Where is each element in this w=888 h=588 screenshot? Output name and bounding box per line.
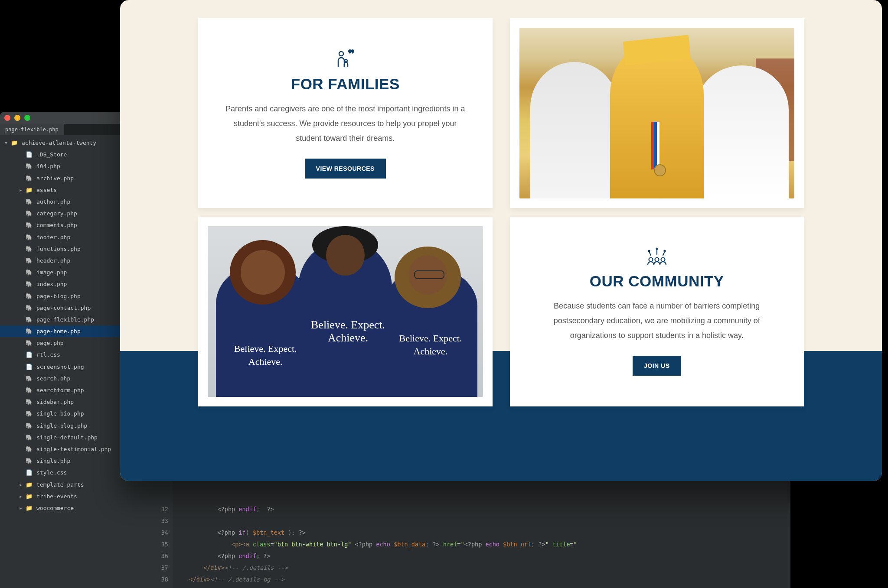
line-number: 33 (152, 515, 168, 527)
file-tree-item-label: single.php (36, 458, 70, 464)
window-close-icon[interactable] (4, 115, 10, 121)
code-line[interactable] (175, 515, 577, 527)
file-tree-item-label: woocommerce (36, 505, 74, 511)
php-file-icon: 🐘 (25, 222, 33, 228)
line-number: 37 (152, 562, 168, 574)
folder-icon: 📁 (10, 140, 18, 146)
file-tree-item-label: header.php (36, 257, 70, 264)
file-tree-item-label: functions.php (36, 246, 81, 252)
file-tree-item-label: page-flexible.php (36, 316, 94, 323)
file-tree-item-label: searchform.php (36, 387, 84, 393)
php-file-icon: 🐘 (25, 316, 33, 323)
file-icon: 📄 (25, 151, 33, 158)
php-file-icon: 🐘 (25, 446, 33, 452)
svg-point-6 (656, 248, 657, 250)
file-tree-item-label: page-contact.php (36, 305, 91, 311)
file-tree-item-label: comments.php (36, 222, 77, 228)
php-file-icon: 🐘 (25, 328, 33, 335)
file-tree-item-label: single-bio.php (36, 410, 84, 417)
file-tree-item-label: author.php (36, 198, 70, 205)
tshirt-text: Believe. Expect. Achieve. (224, 342, 307, 368)
view-resources-button[interactable]: VIEW RESOURCES (305, 159, 386, 179)
line-number: 39 (152, 585, 168, 588)
svg-point-2 (649, 258, 653, 262)
php-file-icon: 🐘 (25, 175, 33, 182)
window-minimize-icon[interactable] (14, 115, 20, 121)
editor-tab-label: page-flexible.php (5, 127, 59, 133)
folder-icon: 📁 (25, 187, 33, 193)
code-line[interactable]: <?php endif; ?> (175, 550, 577, 562)
file-tree-item[interactable]: ▸📁tribe-events (0, 491, 152, 502)
community-people-icon (646, 247, 668, 267)
card-for-families: FOR FAMILIES Parents and caregivers are … (198, 18, 493, 208)
php-file-icon: 🐘 (25, 269, 33, 276)
file-tree-item[interactable]: ▸📁woocommerce (0, 502, 152, 514)
php-file-icon: 🐘 (25, 163, 33, 169)
file-tree-item-label: single-blog.php (36, 422, 87, 429)
php-file-icon: 🐘 (25, 257, 33, 264)
file-tree-item-label: sidebar.php (36, 399, 74, 405)
file-icon: 📄 (25, 364, 33, 370)
file-tree-item-label: page.php (36, 340, 64, 346)
card-photo-graduation (510, 18, 804, 208)
svg-point-0 (339, 52, 343, 56)
php-file-icon: 🐘 (25, 399, 33, 405)
code-line[interactable]: </div> (175, 585, 577, 588)
php-file-icon: 🐘 (25, 305, 33, 311)
file-tree-item-label: page-home.php (36, 328, 81, 335)
php-file-icon: 🐘 (25, 198, 33, 205)
graduation-photo (519, 28, 795, 198)
file-tree-item-label: single-default.php (36, 434, 98, 441)
chevron-right-icon: ▸ (19, 505, 25, 511)
svg-point-7 (664, 250, 665, 252)
php-file-icon: 🐘 (25, 293, 33, 299)
php-file-icon: 🐘 (25, 434, 33, 441)
code-line[interactable]: </div><!-- /.details-bg --> (175, 574, 577, 585)
file-tree-item-label: tribe-events (36, 493, 77, 500)
window-maximize-icon[interactable] (24, 115, 30, 121)
tshirt-text: Believe. Expect. Achieve. (307, 318, 389, 344)
file-tree-item-label: style.css (36, 469, 67, 476)
folder-icon: 📁 (25, 493, 33, 500)
website-preview: FOR FAMILIES Parents and caregivers are … (120, 0, 882, 481)
file-tree-item-label: screenshot.png (36, 364, 84, 370)
file-tree-item-label: template-parts (36, 481, 84, 488)
php-file-icon: 🐘 (25, 340, 33, 346)
folder-label: achieve-atlanta-twenty (22, 140, 96, 146)
chevron-right-icon: ▸ (19, 493, 25, 500)
card-title: OUR COMMUNITY (590, 273, 724, 290)
php-file-icon: 🐘 (25, 234, 33, 240)
file-tree-item-label: archive.php (36, 175, 74, 182)
php-file-icon: 🐘 (25, 210, 33, 217)
php-file-icon: 🐘 (25, 375, 33, 382)
file-tree-item-label: .DS_Store (36, 151, 67, 158)
line-number: 36 (152, 550, 168, 562)
code-line[interactable]: </div><!-- /.details --> (175, 562, 577, 574)
join-us-button[interactable]: JOIN US (633, 356, 681, 376)
code-line[interactable]: <p><a class="btn btn-white btn-lg" <?php… (175, 539, 577, 550)
file-tree-item-label: rtl.css (36, 351, 60, 358)
editor-tab-active[interactable]: page-flexible.php (0, 124, 64, 135)
file-tree-item-label: assets (36, 187, 57, 193)
line-number: 32 (152, 504, 168, 515)
family-heart-icon (335, 48, 356, 70)
file-tree-item-label: single-testimonial.php (36, 446, 111, 452)
file-icon: 📄 (25, 469, 33, 476)
php-file-icon: 🐘 (25, 410, 33, 417)
card-body: Parents and caregivers are one of the mo… (224, 101, 467, 146)
php-file-icon: 🐘 (25, 246, 33, 252)
code-line[interactable]: <?php if( $btn_text ): ?> (175, 527, 577, 539)
card-body: Because students can face a number of ba… (535, 299, 778, 343)
file-tree-item-label: search.php (36, 375, 70, 382)
file-tree-item-label: category.php (36, 210, 77, 217)
line-number: 35 (152, 539, 168, 550)
tshirt-text: Believe. Expect. Achieve. (389, 332, 472, 358)
card-photo-believe: Believe. Expect. Achieve. Believe. Expec… (198, 217, 493, 406)
file-icon: 📄 (25, 351, 33, 358)
file-tree-item-label: page-blog.php (36, 293, 81, 299)
code-line[interactable]: <?php endif; ?> (175, 504, 577, 515)
believe-team-photo: Believe. Expect. Achieve. Believe. Expec… (208, 226, 483, 397)
php-file-icon: 🐘 (25, 281, 33, 287)
php-file-icon: 🐘 (25, 458, 33, 464)
file-tree-item-label: 404.php (36, 163, 60, 169)
